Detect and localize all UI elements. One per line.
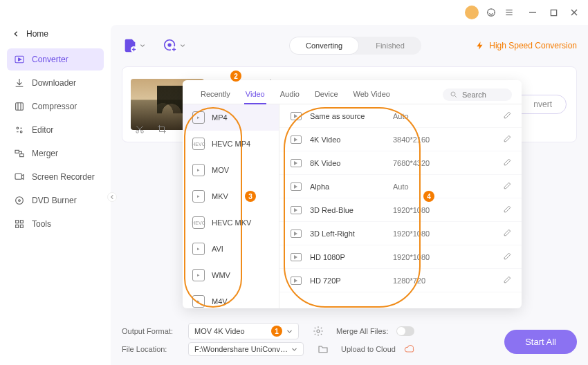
format-label: HEVC MKV — [212, 218, 251, 227]
sidebar-collapse-button[interactable] — [107, 192, 117, 202]
format-item[interactable]: ▸MKV — [183, 183, 279, 209]
edit-icon[interactable] — [503, 205, 512, 215]
sidebar-item-label: Screen Recorder — [32, 172, 95, 182]
gear-icon[interactable] — [313, 326, 324, 337]
resolution-value: 1920*1080 — [393, 230, 455, 238]
format-label: M4V — [212, 297, 228, 306]
add-file-button[interactable] — [122, 37, 138, 54]
crop-icon[interactable] — [157, 124, 167, 136]
sidebar-item-label: Converter — [32, 55, 68, 64]
svg-point-0 — [488, 9, 495, 17]
resolution-item[interactable]: HD 720P1280*720 — [279, 269, 522, 292]
format-label: MOV — [212, 166, 229, 174]
download-icon — [14, 77, 25, 88]
back-home[interactable]: Home — [7, 25, 104, 43]
cloud-icon[interactable] — [404, 344, 415, 355]
format-item[interactable]: ▸MOV — [183, 157, 279, 183]
sidebar-item-converter[interactable]: Converter — [7, 48, 104, 71]
merge-toggle[interactable] — [396, 326, 414, 336]
format-item[interactable]: ▸AVI — [183, 236, 279, 262]
svg-rect-15 — [15, 174, 21, 179]
format-icon: ▸ — [192, 269, 205, 281]
sidebar-item-compressor[interactable]: Compressor — [7, 95, 104, 118]
chevron-down-icon — [180, 43, 185, 48]
sidebar-item-downloader[interactable]: Downloader — [7, 72, 104, 94]
format-item[interactable]: HEVCHEVC MP4 — [183, 131, 279, 157]
tab-converting[interactable]: Converting — [289, 37, 359, 55]
svg-rect-21 — [20, 225, 23, 227]
maximize-icon[interactable] — [548, 7, 559, 18]
sidebar-item-label: Compressor — [32, 102, 77, 111]
tab-finished[interactable]: Finished — [359, 37, 421, 55]
avatar[interactable] — [465, 6, 479, 19]
resolution-value: 7680*4320 — [393, 159, 455, 167]
svg-point-11 — [17, 127, 19, 129]
resolution-item[interactable]: 3D Left-Right1920*1080 — [279, 222, 522, 245]
sidebar-item-dvd-burner[interactable]: DVD Burner — [7, 189, 104, 212]
high-speed-toggle[interactable]: High Speed Conversion — [475, 41, 577, 50]
format-icon: ▸ — [192, 243, 205, 255]
svg-marker-9 — [19, 58, 21, 61]
resolution-item[interactable]: AlphaAuto — [279, 175, 522, 198]
popup-tab-video[interactable]: Video — [244, 86, 266, 104]
resolution-item[interactable]: Same as sourceAuto — [279, 104, 522, 128]
popup-tabs: Recently Video Audio Device Web Video — [183, 80, 522, 104]
sidebar-item-label: DVD Burner — [32, 196, 77, 205]
edit-icon[interactable] — [503, 111, 512, 121]
output-format-select[interactable]: MOV 4K Video 1 — [188, 323, 299, 339]
output-format-label: Output Format: — [122, 327, 180, 335]
edit-icon[interactable] — [503, 181, 512, 191]
popup-tab-audio[interactable]: Audio — [279, 86, 301, 104]
upload-label: Upload to Cloud — [341, 345, 396, 353]
start-all-button[interactable]: Start All — [504, 330, 577, 354]
status-segmented: Converting Finished — [289, 37, 421, 55]
format-label: AVI — [212, 245, 223, 253]
edit-icon[interactable] — [503, 134, 512, 144]
format-item[interactable]: HEVCHEVC MKV — [183, 209, 279, 236]
svg-rect-18 — [16, 221, 19, 223]
bolt-icon — [475, 41, 485, 50]
resolution-item[interactable]: 3D Red-Blue1920*1080 — [279, 198, 522, 222]
format-item[interactable]: ▸MP4 — [183, 104, 279, 131]
output-format-value: MOV 4K Video — [194, 327, 245, 335]
support-icon[interactable] — [486, 7, 497, 18]
trim-icon[interactable] — [135, 124, 145, 136]
edit-icon[interactable] — [503, 252, 512, 262]
sidebar-item-merger[interactable]: Merger — [7, 142, 104, 165]
popup-tab-webvideo[interactable]: Web Video — [352, 86, 392, 104]
popup-tab-device[interactable]: Device — [313, 86, 340, 104]
popup-tab-recently[interactable]: Recently — [199, 86, 232, 104]
sidebar-item-tools[interactable]: Tools — [7, 213, 104, 235]
resolution-item[interactable]: HD 1080P1920*1080 — [279, 245, 522, 269]
sidebar-item-screen-recorder[interactable]: Screen Recorder — [7, 166, 104, 188]
file-location-label: File Location: — [122, 345, 180, 353]
minimize-icon[interactable] — [527, 7, 538, 18]
annotation-2: 2 — [230, 71, 241, 82]
file-location-select[interactable]: F:\Wondershare UniConverter 1 — [188, 342, 304, 356]
converter-icon — [14, 54, 25, 65]
sidebar-item-label: Editor — [32, 125, 53, 135]
format-item[interactable]: ▸M4V — [183, 288, 279, 308]
resolution-name: 3D Red-Blue — [310, 206, 393, 214]
popup-search[interactable] — [443, 88, 512, 101]
edit-icon[interactable] — [503, 275, 512, 286]
close-icon[interactable] — [569, 7, 580, 18]
resolution-item[interactable]: 8K Video7680*4320 — [279, 151, 522, 175]
format-item[interactable]: ▸WMV — [183, 262, 279, 288]
format-icon: ▸ — [192, 164, 205, 176]
resolution-item[interactable]: 4K Video3840*2160 — [279, 128, 522, 151]
edit-icon[interactable] — [503, 228, 512, 238]
high-speed-label: High Speed Conversion — [489, 41, 577, 50]
menu-icon[interactable] — [504, 7, 515, 18]
folder-icon[interactable] — [318, 344, 329, 355]
sidebar-item-editor[interactable]: Editor — [7, 119, 104, 141]
play-icon — [291, 182, 302, 191]
edit-icon[interactable] — [503, 158, 512, 168]
resolution-name: Alpha — [310, 182, 393, 191]
svg-rect-20 — [16, 225, 19, 227]
card-tools — [135, 124, 167, 136]
chevron-down-icon — [140, 43, 145, 48]
add-dvd-button[interactable] — [162, 37, 178, 54]
search-input[interactable] — [462, 91, 504, 99]
resolution-value: 3840*2160 — [393, 135, 455, 144]
